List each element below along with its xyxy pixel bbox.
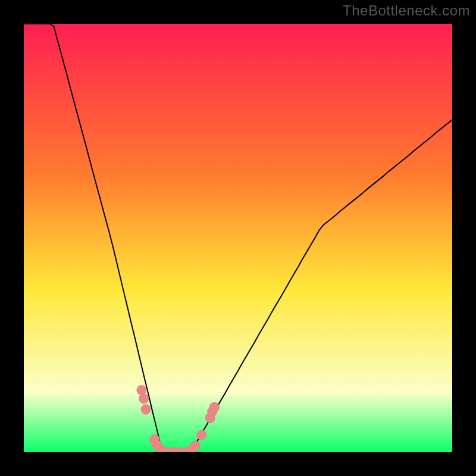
marker-point (139, 393, 149, 403)
plot-svg (24, 24, 452, 452)
marker-point (136, 385, 146, 395)
plot-area (24, 24, 452, 452)
marker-point (196, 430, 206, 440)
svg-rect-0 (24, 24, 452, 452)
marker-point (209, 402, 220, 412)
marker-point (190, 441, 200, 451)
marker-point (141, 404, 151, 414)
chart-frame: TheBottleneck.com (0, 0, 476, 476)
watermark-label: TheBottleneck.com (343, 2, 470, 19)
